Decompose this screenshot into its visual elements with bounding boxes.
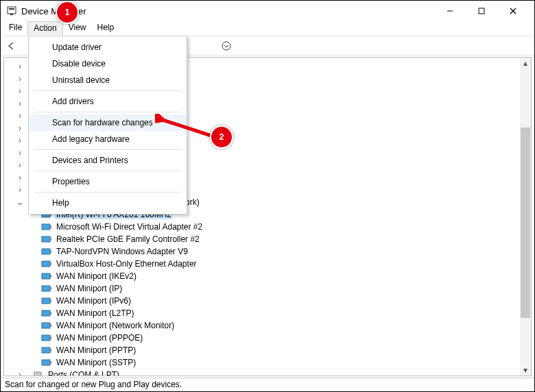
svg-point-7 — [222, 42, 230, 50]
svg-rect-31 — [50, 349, 51, 352]
chevron-right-icon[interactable]: › — [15, 185, 25, 195]
device-label: WAN Miniport (Network Monitor) — [55, 321, 176, 330]
statusbar-text: Scan for changed or new Plug and Play de… — [5, 380, 182, 389]
device-item[interactable]: WAN Miniport (Network Monitor) — [4, 319, 531, 332]
scroll-up-icon[interactable]: ▴ — [523, 58, 527, 69]
svg-rect-25 — [50, 312, 51, 315]
device-item[interactable]: WAN Miniport (PPPOE) — [4, 332, 531, 344]
device-item[interactable]: WAN Miniport (L2TP) — [4, 307, 531, 319]
menu-item-update-driver[interactable]: Update driver — [29, 39, 187, 56]
chevron-right-icon[interactable]: › — [15, 370, 25, 376]
toolbar-button-extra[interactable] — [218, 38, 235, 54]
device-item[interactable]: WAN Miniport (IKEv2) — [4, 270, 531, 282]
menu-separator — [34, 112, 181, 112]
device-item[interactable]: WAN Miniport (IP) — [4, 282, 531, 295]
device-label: WAN Miniport (IPv6) — [55, 296, 132, 306]
device-label: Microsoft Wi-Fi Direct Virtual Adapter #… — [55, 222, 204, 232]
svg-rect-13 — [50, 238, 51, 241]
callout-1: 1 — [56, 1, 79, 24]
network-adapter-icon — [41, 345, 52, 355]
svg-rect-2 — [10, 14, 13, 15]
window-title: Device Manager — [21, 6, 434, 16]
network-adapter-icon — [41, 296, 52, 306]
chevron-right-icon[interactable]: › — [15, 111, 25, 121]
menu-item-properties[interactable]: Properties — [29, 173, 187, 190]
ports-icon — [33, 370, 44, 376]
network-adapter-icon — [41, 333, 52, 343]
network-adapter-icon — [41, 358, 52, 367]
svg-rect-20 — [42, 286, 50, 291]
close-button[interactable] — [497, 1, 529, 21]
vertical-scrollbar[interactable]: ▴ ▾ — [520, 58, 531, 376]
svg-rect-1 — [9, 8, 14, 10]
network-adapter-icon — [41, 321, 52, 330]
maximize-button[interactable] — [466, 1, 497, 21]
svg-rect-34 — [34, 372, 41, 376]
device-item[interactable]: Realtek PCIe GbE Family Controller #2 — [4, 233, 531, 245]
chevron-right-icon[interactable]: › — [15, 123, 25, 133]
scroll-down-icon[interactable]: ▾ — [523, 365, 527, 376]
device-label: WAN Miniport (IP) — [55, 284, 123, 293]
titlebar: Device Manager — [1, 1, 534, 21]
svg-rect-18 — [42, 273, 50, 279]
menu-help[interactable]: Help — [92, 21, 120, 36]
svg-rect-16 — [42, 261, 50, 267]
device-item[interactable]: WAN Miniport (PPTP) — [4, 344, 531, 356]
chevron-down-icon[interactable]: ⌄ — [15, 197, 25, 207]
menu-item-devices-and-printers[interactable]: Devices and Printers — [29, 152, 187, 169]
svg-rect-12 — [42, 236, 50, 242]
menu-separator — [34, 192, 181, 193]
svg-line-35 — [160, 119, 213, 136]
callout-arrow — [155, 114, 217, 141]
device-item[interactable]: WAN Miniport (IPv6) — [4, 295, 531, 307]
menu-separator — [34, 149, 181, 150]
menu-item-add-drivers[interactable]: Add drivers — [29, 93, 187, 110]
chevron-right-icon[interactable]: › — [15, 136, 25, 145]
menu-separator — [34, 90, 181, 91]
minimize-button[interactable] — [434, 1, 466, 21]
device-label: Realtek PCIe GbE Family Controller #2 — [55, 234, 201, 244]
svg-rect-15 — [50, 250, 51, 253]
scrollbar-thumb[interactable] — [521, 127, 530, 318]
menu-item-uninstall-device[interactable]: Uninstall device — [29, 72, 187, 88]
chevron-right-icon[interactable]: › — [15, 160, 25, 170]
chevron-right-icon[interactable]: › — [15, 99, 25, 108]
device-item[interactable]: TAP-NordVPN Windows Adapter V9 — [4, 245, 531, 258]
tree-category-ports[interactable]: ›Ports (COM & LPT) — [4, 369, 531, 376]
svg-rect-29 — [50, 336, 51, 339]
svg-rect-17 — [50, 262, 51, 265]
chevron-right-icon[interactable]: › — [15, 86, 25, 96]
svg-rect-19 — [50, 275, 51, 278]
network-adapter-icon — [41, 234, 52, 244]
device-item[interactable]: WAN Miniport (SSTP) — [4, 356, 531, 369]
device-label: WAN Miniport (IKEv2) — [55, 271, 138, 281]
network-adapter-icon — [41, 222, 52, 232]
back-button[interactable] — [3, 38, 20, 54]
statusbar: Scan for changed or new Plug and Play de… — [1, 378, 534, 391]
device-item[interactable]: VirtualBox Host-Only Ethernet Adapter — [4, 258, 531, 270]
chevron-right-icon[interactable]: › — [15, 173, 25, 182]
device-label: WAN Miniport (PPPOE) — [55, 333, 144, 343]
network-adapter-icon — [41, 284, 52, 293]
svg-rect-28 — [42, 335, 50, 341]
network-adapter-icon — [41, 308, 52, 318]
svg-rect-32 — [42, 360, 50, 365]
menu-file[interactable]: File — [3, 21, 27, 36]
menu-separator — [34, 171, 181, 171]
device-label: VirtualBox Host-Only Ethernet Adapter — [55, 259, 198, 269]
svg-rect-11 — [50, 225, 51, 228]
menu-item-disable-device[interactable]: Disable device — [29, 56, 187, 72]
menubar: File Action View Help — [1, 21, 534, 36]
device-label: WAN Miniport (L2TP) — [55, 308, 136, 318]
chevron-right-icon[interactable]: › — [15, 74, 25, 84]
device-item[interactable]: Microsoft Wi-Fi Direct Virtual Adapter #… — [4, 221, 531, 233]
svg-rect-23 — [50, 299, 51, 302]
device-label: TAP-NordVPN Windows Adapter V9 — [55, 247, 189, 256]
chevron-right-icon[interactable]: › — [15, 148, 25, 158]
network-adapter-icon — [41, 271, 52, 281]
network-adapter-icon — [41, 247, 52, 256]
menu-action[interactable]: Action — [27, 21, 62, 36]
chevron-right-icon[interactable]: › — [15, 62, 25, 71]
menu-item-help[interactable]: Help — [29, 195, 187, 211]
svg-rect-0 — [8, 7, 16, 14]
